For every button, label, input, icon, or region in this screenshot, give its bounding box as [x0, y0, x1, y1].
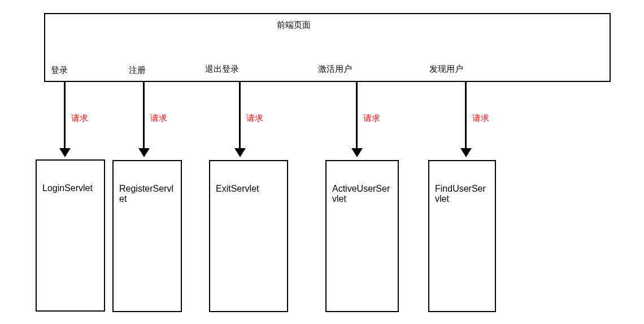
action-exit: 退出登录 — [205, 64, 239, 75]
arrow-head-5 — [460, 148, 472, 157]
servlet-find-label: FindUserServlet — [435, 184, 486, 204]
arrow-head-3 — [234, 148, 246, 157]
arrow-head-2 — [138, 148, 150, 157]
request-label-2: 请求 — [150, 113, 167, 124]
action-find: 发现用户 — [429, 64, 463, 75]
request-label-1: 请求 — [71, 113, 88, 124]
arrow-line-5 — [465, 82, 467, 150]
arrow-line-3 — [239, 82, 241, 150]
servlet-login-label: LoginServlet — [42, 183, 93, 193]
servlet-login: LoginServlet — [36, 159, 105, 312]
frontend-title: 前端页面 — [260, 20, 328, 31]
servlet-register: RegisterServlet — [112, 160, 182, 312]
arrow-line-2 — [143, 82, 145, 150]
action-login: 登录 — [51, 65, 68, 76]
servlet-active: ActiveUserServlet — [325, 160, 399, 312]
architecture-diagram: 前端页面 登录 注册 退出登录 激活用户 发现用户 请求 请求 请求 请求 请求… — [0, 0, 644, 324]
arrow-head-1 — [59, 148, 71, 157]
request-label-4: 请求 — [363, 113, 380, 124]
servlet-find: FindUserServlet — [428, 160, 496, 312]
arrow-head-4 — [351, 148, 363, 157]
servlet-register-label: RegisterServlet — [119, 184, 173, 204]
arrow-line-1 — [64, 82, 66, 150]
arrow-line-4 — [356, 82, 358, 150]
request-label-3: 请求 — [246, 113, 263, 124]
servlet-exit-label: ExitServlet — [216, 184, 259, 193]
servlet-active-label: ActiveUserServlet — [332, 184, 390, 204]
request-label-5: 请求 — [472, 113, 489, 124]
action-register: 注册 — [129, 65, 146, 76]
servlet-exit: ExitServlet — [209, 160, 288, 312]
action-activate: 激活用户 — [318, 64, 352, 75]
